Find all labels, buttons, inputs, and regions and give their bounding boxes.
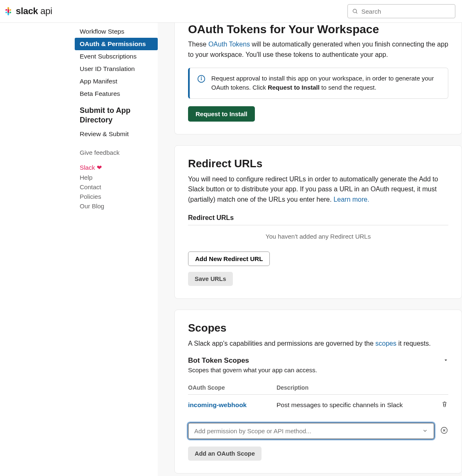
footer-link-help[interactable]: Help bbox=[80, 173, 153, 182]
learn-more-link[interactable]: Learn more. bbox=[333, 196, 369, 203]
info-banner: Request approval to install this app on … bbox=[188, 68, 448, 99]
footer-link-blog[interactable]: Our Blog bbox=[80, 201, 153, 211]
sidebar-item-beta-features[interactable]: Beta Features bbox=[75, 88, 158, 100]
oauth-tokens-link[interactable]: OAuth Tokens bbox=[208, 41, 250, 48]
logo-text: slack api bbox=[16, 6, 52, 17]
sidebar-item-event-subscriptions[interactable]: Event Subscriptions bbox=[75, 50, 158, 63]
scope-name-link[interactable]: incoming-webhook bbox=[188, 401, 247, 408]
oauth-intro-text: These OAuth Tokens will be automatically… bbox=[188, 39, 448, 60]
trash-icon bbox=[441, 400, 448, 408]
logo[interactable]: slack api bbox=[3, 6, 52, 17]
svg-line-1 bbox=[356, 12, 357, 13]
oauth-tokens-card: OAuth Tokens for Your Workspace These OA… bbox=[174, 23, 462, 134]
scopes-link[interactable]: scopes bbox=[375, 340, 396, 347]
col-description: Description bbox=[276, 381, 432, 395]
redirect-subhead: Redirect URLs bbox=[188, 214, 448, 225]
sidebar-item-workflow-steps[interactable]: Workflow Steps bbox=[75, 25, 158, 38]
scopes-card: Scopes A Slack app's capabilities and pe… bbox=[174, 310, 462, 474]
sidebar-heading-submit: Submit to App Directory bbox=[75, 100, 158, 128]
scope-row: incoming-webhook Post messages to specif… bbox=[188, 394, 448, 415]
scopes-title: Scopes bbox=[188, 322, 448, 334]
sidebar-item-user-id-translation[interactable]: User ID Translation bbox=[75, 63, 158, 75]
app-header: slack api bbox=[0, 0, 462, 23]
caret-down-icon[interactable] bbox=[443, 357, 448, 364]
close-circle-icon bbox=[440, 426, 448, 435]
scopes-desc: A Slack app's capabilities and permissio… bbox=[188, 339, 448, 349]
add-scope-combobox[interactable]: Add permission by Scope or API method... bbox=[188, 423, 434, 439]
heart-icon: ❤ bbox=[97, 164, 102, 171]
footer-link-contact[interactable]: Contact bbox=[80, 182, 153, 192]
combo-placeholder: Add permission by Scope or API method... bbox=[194, 427, 311, 435]
redirect-urls-card: Redirect URLs You will need to configure… bbox=[174, 145, 462, 299]
sidebar: Workflow Steps OAuth & Permissions Event… bbox=[0, 23, 158, 476]
delete-scope-button[interactable] bbox=[432, 394, 448, 415]
redirect-desc: You will need to configure redirect URLs… bbox=[188, 174, 448, 205]
chevron-down-icon bbox=[422, 428, 428, 434]
slack-logo-icon bbox=[3, 6, 13, 16]
slack-heart-link[interactable]: Slack ❤ bbox=[80, 163, 153, 173]
bot-token-scopes-title: Bot Token Scopes bbox=[188, 356, 249, 365]
redirect-title: Redirect URLs bbox=[188, 157, 448, 170]
scope-description: Post messages to specific channels in Sl… bbox=[276, 394, 432, 415]
request-install-button[interactable]: Request to Install bbox=[188, 106, 255, 122]
clear-combo-button[interactable] bbox=[440, 426, 448, 436]
search-icon bbox=[352, 8, 358, 15]
sidebar-item-oauth-permissions[interactable]: OAuth & Permissions bbox=[75, 38, 158, 50]
col-oauth-scope: OAuth Scope bbox=[188, 381, 276, 395]
svg-point-4 bbox=[201, 77, 202, 77]
save-urls-button[interactable]: Save URLs bbox=[188, 272, 233, 286]
oauth-section-title: OAuth Tokens for Your Workspace bbox=[188, 23, 448, 36]
sidebar-item-app-manifest[interactable]: App Manifest bbox=[75, 75, 158, 88]
bot-scopes-subtitle: Scopes that govern what your app can acc… bbox=[188, 366, 448, 373]
add-oauth-scope-button[interactable]: Add an OAuth Scope bbox=[188, 447, 262, 461]
main-content: OAuth Tokens for Your Workspace These OA… bbox=[158, 23, 462, 476]
redirect-empty-state: You haven't added any Redirect URLs bbox=[188, 225, 448, 247]
add-redirect-url-button[interactable]: Add New Redirect URL bbox=[188, 251, 270, 266]
info-icon bbox=[197, 75, 205, 83]
search-input[interactable] bbox=[347, 4, 455, 18]
svg-point-0 bbox=[353, 9, 356, 12]
give-feedback-link[interactable]: Give feedback bbox=[80, 148, 153, 163]
banner-text: Request approval to install this app on … bbox=[211, 74, 440, 93]
search-field[interactable] bbox=[361, 8, 451, 15]
scopes-table: OAuth Scope Description incoming-webhook… bbox=[188, 381, 448, 415]
footer-link-policies[interactable]: Policies bbox=[80, 192, 153, 201]
sidebar-item-review-submit[interactable]: Review & Submit bbox=[75, 128, 158, 140]
